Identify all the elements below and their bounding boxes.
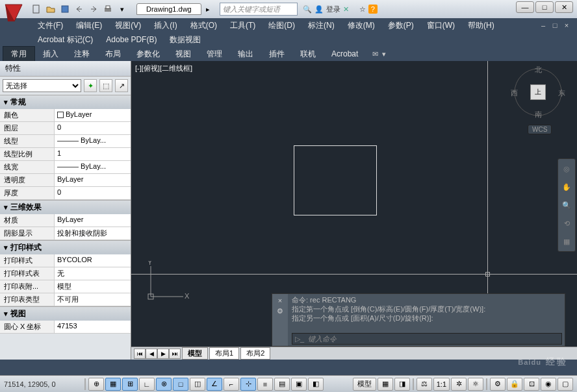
menu-item[interactable]: 绘图(D) <box>263 19 300 32</box>
close-button[interactable]: ✕ <box>555 1 573 13</box>
ribbon-tab[interactable]: 输出 <box>230 47 261 62</box>
command-handle[interactable]: × ⚙ <box>272 294 288 346</box>
mail-icon[interactable]: ✉ <box>372 50 378 58</box>
ribbon-expand-icon[interactable]: ▾ <box>378 50 390 58</box>
menu-item[interactable]: 修改(M) <box>342 19 380 32</box>
exchange-icon[interactable]: ✕ <box>343 5 349 14</box>
viewcube[interactable]: 北 南 东 西 上 WCS <box>512 66 564 118</box>
viewcube-south[interactable]: 南 <box>535 110 542 119</box>
infer-icon[interactable]: ⊕ <box>88 378 104 391</box>
ribbon-tab[interactable]: Acrobat <box>324 47 366 60</box>
command-input[interactable]: ▷_ 键入命令 <box>292 333 562 345</box>
property-row[interactable]: 图层0 <box>0 122 131 135</box>
annoscale-icon[interactable]: ⚖ <box>417 378 432 391</box>
polar-icon[interactable]: ⊗ <box>156 378 172 391</box>
property-row[interactable]: 打印样式表无 <box>0 267 131 280</box>
clean-icon[interactable]: ▢ <box>558 378 573 391</box>
menu-item[interactable]: 编辑(E) <box>71 19 107 32</box>
wcs-badge[interactable]: WCS <box>528 125 552 134</box>
ribbon-tab[interactable]: 联机 <box>292 47 324 62</box>
nav-zoom-icon[interactable]: 🔍 <box>559 198 574 212</box>
property-row[interactable]: 打印样式BYCOLOR <box>0 254 131 267</box>
login-link[interactable]: 登录 <box>326 5 340 14</box>
model-button[interactable]: 模型 <box>353 378 376 391</box>
search-input[interactable]: 键入关键字或短语 <box>220 3 298 16</box>
cmd-config-icon[interactable]: ⚙ <box>277 307 283 315</box>
viewcube-east[interactable]: 东 <box>558 88 565 98</box>
ribbon-tab[interactable]: 参数化 <box>129 47 168 62</box>
property-row[interactable]: 线宽——— ByLay... <box>0 161 131 174</box>
undo-icon[interactable] <box>73 3 86 16</box>
prop-value[interactable]: 0 <box>55 187 131 199</box>
prop-value[interactable]: 47153 <box>55 321 131 333</box>
property-row[interactable]: 线型比例1 <box>0 148 131 161</box>
tab-first-icon[interactable]: ⏮ <box>134 349 146 359</box>
prop-value[interactable]: ByLayer <box>55 174 131 186</box>
ribbon-tab[interactable]: 插入 <box>35 47 66 62</box>
coordinates[interactable]: 71514, 12905, 0 <box>4 380 82 388</box>
prop-value[interactable]: BYCOLOR <box>55 254 131 267</box>
menu-item[interactable]: 插入(I) <box>149 19 182 32</box>
nav-pan-icon[interactable]: ✋ <box>559 180 574 194</box>
menu-item[interactable]: 视图(V) <box>110 19 146 32</box>
nav-orbit-icon[interactable]: ⟲ <box>559 216 574 230</box>
tab-layout1[interactable]: 布局1 <box>209 347 239 360</box>
otrack-icon[interactable]: ∠ <box>207 378 222 391</box>
menu-item[interactable]: 帮助(H) <box>463 19 500 32</box>
tab-model[interactable]: 模型 <box>182 347 208 360</box>
prop-value[interactable]: ByLayer <box>55 214 131 227</box>
property-row[interactable]: 线型——— ByLay... <box>0 135 131 148</box>
qat-dropdown-icon[interactable]: ▾ <box>116 3 129 16</box>
document-tab[interactable]: Drawing1.dwg <box>136 3 201 15</box>
isolate-icon[interactable]: ◉ <box>541 378 556 391</box>
prop-value[interactable]: ByLayer <box>55 109 131 121</box>
new-icon[interactable] <box>30 3 43 16</box>
drawing-canvas[interactable]: [-][俯视][二维线框] 北 南 东 西 上 WCS XY ◎ ✋ 🔍 ⟲ ▦… <box>131 61 577 360</box>
prop-value[interactable]: 无 <box>55 267 131 280</box>
section-header[interactable]: ▾常规 <box>0 95 131 109</box>
prop-value[interactable]: 模型 <box>55 280 131 293</box>
tab-prev-icon[interactable]: ◀ <box>146 349 157 359</box>
quickselect-icon[interactable]: ✦ <box>84 79 97 92</box>
cmd-close-icon[interactable]: × <box>278 297 282 304</box>
property-row[interactable]: 打印表附...模型 <box>0 280 131 293</box>
mdi-max-icon[interactable]: □ <box>550 21 560 30</box>
viewport-label[interactable]: [-][俯视][二维线框] <box>135 64 192 73</box>
maximize-button[interactable]: □ <box>535 1 554 13</box>
qp-icon[interactable]: ▣ <box>291 378 307 391</box>
grid-icon[interactable]: ⊞ <box>122 378 138 391</box>
selectobj-icon[interactable]: ⬚ <box>99 79 112 92</box>
ribbon-tab[interactable]: 视图 <box>168 47 199 62</box>
prop-value[interactable]: ——— ByLay... <box>55 135 131 147</box>
viewcube-west[interactable]: 西 <box>511 88 518 98</box>
3dosnap-icon[interactable]: ◫ <box>190 378 205 391</box>
ribbon-tab[interactable]: 注释 <box>66 47 97 62</box>
prop-value[interactable]: 不可用 <box>55 293 131 306</box>
menu-item[interactable]: Acrobat 标记(C) <box>32 33 98 47</box>
hardware-icon[interactable]: ⊡ <box>524 378 539 391</box>
osnap-icon[interactable]: □ <box>173 378 188 391</box>
prop-value[interactable]: 0 <box>55 122 131 134</box>
open-icon[interactable] <box>44 3 57 16</box>
mdi-close-icon[interactable]: × <box>561 21 572 30</box>
lock-icon[interactable]: 🔒 <box>507 378 522 391</box>
nav-wheel-icon[interactable]: ◎ <box>559 162 574 176</box>
scale-button[interactable]: 1:1 <box>433 378 450 391</box>
section-header[interactable]: ▾视图 <box>0 307 131 321</box>
favorite-icon[interactable]: ☆ <box>359 5 366 14</box>
mdi-min-icon[interactable]: – <box>538 21 548 30</box>
tpy-icon[interactable]: ▤ <box>274 378 290 391</box>
ws-icon[interactable]: ⚙ <box>490 378 506 391</box>
menu-item[interactable]: 格式(O) <box>185 19 222 32</box>
user-icon[interactable]: 👤 <box>314 5 324 14</box>
app-logo[interactable] <box>3 2 26 25</box>
menu-item[interactable]: 数据视图 <box>164 33 206 47</box>
viewcube-top[interactable]: 上 <box>530 84 546 100</box>
ribbon-tab[interactable]: 常用 <box>3 46 35 62</box>
search-icon[interactable]: 🔍 <box>303 5 312 14</box>
ribbon-tab[interactable]: 管理 <box>199 47 230 62</box>
prop-value[interactable]: ——— ByLay... <box>55 161 131 173</box>
tab-last-icon[interactable]: ⏭ <box>169 349 181 359</box>
layout-quick-icon[interactable]: ▦ <box>378 378 393 391</box>
ortho-icon[interactable]: ∟ <box>139 378 155 391</box>
